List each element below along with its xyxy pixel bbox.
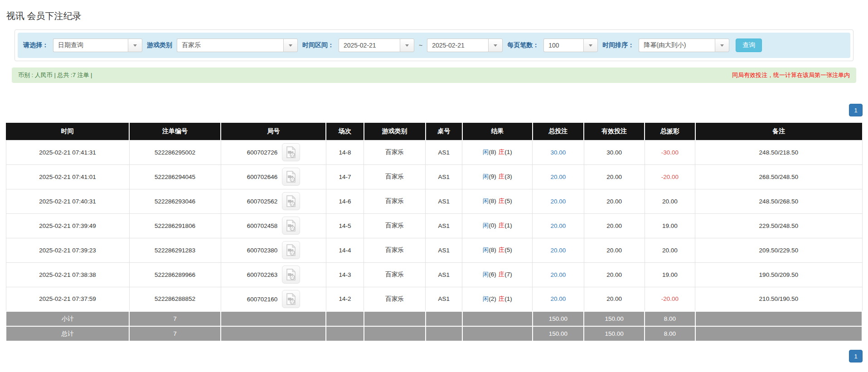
- video-file-icon: [286, 269, 296, 280]
- video-file-icon: [286, 244, 296, 256]
- video-replay-button[interactable]: [282, 143, 300, 161]
- chevron-down-icon: [494, 44, 497, 47]
- query-type-dropdown-button[interactable]: [128, 39, 142, 52]
- video-file-icon: [286, 220, 296, 232]
- summary-warning-text: 同局有效投注，统一计算在该局第一张注单内: [732, 71, 850, 79]
- date-to-input[interactable]: [427, 39, 488, 52]
- round-cell: 600702160: [221, 287, 326, 311]
- game-type: 百家乐: [364, 164, 426, 189]
- summary-row: 小计 7 150.00 150.00 8.00: [6, 311, 862, 326]
- round-id: 600702646: [247, 174, 278, 180]
- valid-bet: 20.00: [584, 262, 645, 287]
- bet-id: 522286289966: [129, 262, 221, 287]
- total-bet-link[interactable]: 20.00: [550, 174, 566, 180]
- total-payout: -20.00: [645, 164, 695, 189]
- remark: 190.50/209.50: [695, 262, 862, 287]
- chevron-down-icon: [589, 44, 592, 47]
- session-number: 14-5: [326, 213, 364, 238]
- summary-bet-count: 7: [129, 326, 221, 341]
- table-row: 2025-02-21 07:39:49 522286291806 6007024…: [6, 213, 862, 238]
- page-size-input[interactable]: [543, 39, 583, 52]
- result-player-score: (0): [489, 222, 496, 229]
- result-banker-score: (3): [504, 173, 512, 180]
- table-number: AS1: [426, 189, 462, 213]
- bet-id: 522286293046: [129, 189, 221, 213]
- total-bet-link[interactable]: 20.00: [550, 247, 566, 254]
- total-bet-link[interactable]: 20.00: [550, 198, 566, 205]
- time-sort-dropdown-button[interactable]: [715, 39, 729, 52]
- query-type-input[interactable]: [53, 39, 128, 52]
- remark: 229.50/248.50: [695, 213, 862, 238]
- page-title: 视讯 会员下注纪录: [6, 10, 863, 22]
- summary-row-label: 小计: [6, 311, 129, 326]
- session-number: 14-6: [326, 189, 364, 213]
- total-bet-cell: 30.00: [533, 140, 584, 164]
- table-row: 2025-02-21 07:40:31 522286293046 6007025…: [6, 189, 862, 213]
- table-number: AS1: [426, 262, 462, 287]
- bet-time: 2025-02-21 07:38:38: [6, 262, 129, 287]
- total-bet-link[interactable]: 30.00: [550, 149, 566, 156]
- session-number: 14-4: [326, 238, 364, 262]
- session-number: 14-7: [326, 164, 364, 189]
- summary-row: 总计 7 150.00 150.00 8.00: [6, 326, 862, 341]
- remark: 248.50/218.50: [695, 140, 862, 164]
- page-size-dropdown-button[interactable]: [583, 39, 598, 52]
- bet-time: 2025-02-21 07:41:01: [6, 164, 129, 189]
- summary-row-label: 总计: [6, 326, 129, 341]
- total-bet-link[interactable]: 20.00: [550, 271, 566, 278]
- video-replay-button[interactable]: [282, 192, 300, 210]
- result-banker-score: (7): [504, 271, 512, 278]
- result-player-score: (9): [489, 173, 496, 180]
- result-player-label: 闲: [483, 222, 489, 229]
- result-player-score: (2): [489, 295, 496, 302]
- summary-total-bet: 150.00: [533, 326, 584, 341]
- result-banker-score: (1): [504, 295, 512, 302]
- table-row: 2025-02-21 07:38:38 522286289966 6007022…: [6, 262, 862, 287]
- total-payout: 20.00: [645, 238, 695, 262]
- table-row: 2025-02-21 07:39:23 522286291283 6007023…: [6, 238, 862, 262]
- video-replay-button[interactable]: [282, 217, 300, 235]
- valid-bet: 20.00: [584, 189, 645, 213]
- game-type: 百家乐: [364, 287, 426, 311]
- date-to-dropdown-button[interactable]: [488, 39, 503, 52]
- video-replay-button[interactable]: [282, 266, 300, 284]
- video-replay-button[interactable]: [282, 241, 300, 259]
- date-from-input[interactable]: [339, 39, 400, 52]
- result-banker-label: 庄: [499, 173, 505, 180]
- total-bet-link[interactable]: 20.00: [550, 222, 566, 229]
- game-type: 百家乐: [364, 238, 426, 262]
- result-cell: 闲(8)庄(1): [462, 140, 533, 164]
- result-player-score: (6): [489, 271, 496, 278]
- total-payout: 19.00: [645, 213, 695, 238]
- total-bet-cell: 20.00: [533, 262, 584, 287]
- video-replay-button[interactable]: [282, 290, 300, 308]
- game-type: 百家乐: [364, 189, 426, 213]
- total-bet-cell: 20.00: [533, 238, 584, 262]
- summary-bar: 币别 : 人民币 | 总共 :7 注单 | 同局有效投注，统一计算在该局第一张注…: [12, 68, 856, 83]
- chevron-down-icon: [720, 44, 724, 47]
- page-size-label: 每页笔数：: [507, 41, 539, 49]
- result-cell: 闲(9)庄(3): [462, 164, 533, 189]
- search-button[interactable]: 查询: [736, 39, 762, 52]
- valid-bet: 20.00: [584, 287, 645, 311]
- round-id: 600702458: [247, 222, 278, 229]
- game-type-dropdown-button[interactable]: [283, 39, 298, 52]
- pagination-page-1-button[interactable]: 1: [849, 104, 863, 116]
- time-sort-input[interactable]: [639, 39, 715, 52]
- valid-bet: 20.00: [584, 164, 645, 189]
- result-banker-score: (5): [504, 198, 512, 204]
- session-number: 14-3: [326, 262, 364, 287]
- table-row: 2025-02-21 07:41:01 522286294045 6007026…: [6, 164, 862, 189]
- total-bet-link[interactable]: 20.00: [550, 295, 566, 302]
- pagination-page-1-button[interactable]: 1: [849, 350, 863, 362]
- round-id: 600702160: [247, 295, 278, 302]
- round-id: 600702562: [247, 198, 278, 205]
- game-type: 百家乐: [364, 140, 426, 164]
- video-replay-button[interactable]: [282, 168, 300, 186]
- remark: 248.50/268.50: [695, 189, 862, 213]
- date-from-dropdown-button[interactable]: [400, 39, 414, 52]
- round-cell: 600702726: [221, 140, 326, 164]
- game-type-input[interactable]: [177, 39, 283, 52]
- table-number: AS1: [426, 287, 462, 311]
- result-banker-label: 庄: [499, 222, 505, 229]
